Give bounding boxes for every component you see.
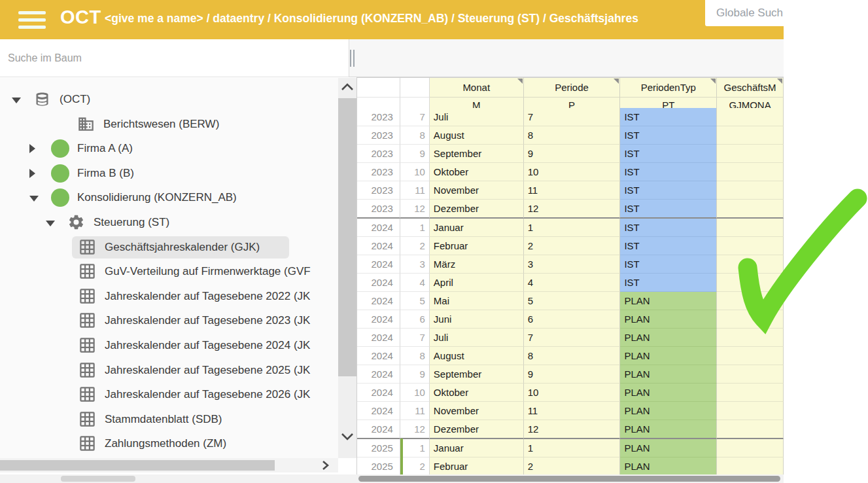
tree-item-jk2023[interactable]: Jahreskalender auf Tagesebene 2023 (JK — [0, 309, 338, 332]
cell-year[interactable]: 2024 — [357, 402, 400, 420]
cell-geschaeftsmonat[interactable] — [717, 200, 784, 219]
cell-monat[interactable]: April — [430, 274, 524, 292]
cell-year[interactable]: 2024 — [357, 274, 400, 292]
tree-item-firma-a[interactable]: Firma A (A) — [0, 137, 338, 160]
tree-item-sdb[interactable]: Stammdatenblatt (SDB) — [0, 408, 338, 431]
cell-periode[interactable]: 6 — [524, 310, 621, 329]
cell-periodentyp[interactable]: PLAN — [620, 310, 717, 329]
cell-rownum[interactable]: 2 — [400, 237, 430, 255]
cell-monat[interactable]: November — [430, 402, 524, 420]
cell-year[interactable]: 2024 — [357, 347, 400, 365]
expand-arrow-icon[interactable] — [29, 144, 35, 153]
cell-monat[interactable]: Mai — [430, 292, 524, 310]
cell-monat[interactable]: August — [430, 347, 524, 365]
tree-item-steuerung[interactable]: Steuerung (ST) — [0, 211, 338, 234]
cell-geschaeftsmonat[interactable] — [717, 329, 784, 347]
cell-monat[interactable]: Juli — [430, 329, 524, 347]
expand-arrow-icon[interactable] — [29, 169, 35, 178]
cell-periode[interactable]: 10 — [524, 163, 621, 181]
cell-geschaeftsmonat[interactable] — [717, 384, 784, 402]
cell-periodentyp[interactable]: PLAN — [620, 384, 717, 402]
global-search-box[interactable] — [705, 0, 831, 26]
cell-monat[interactable]: Januar — [430, 219, 524, 237]
cell-periode[interactable]: 8 — [524, 347, 621, 365]
cell-periodentyp[interactable]: PLAN — [620, 420, 717, 439]
cell-year[interactable]: 2024 — [357, 384, 400, 402]
scroll-down-icon[interactable] — [340, 431, 355, 442]
cell-rownum[interactable]: 12 — [400, 420, 430, 439]
tree-horizontal-scrollbar[interactable] — [0, 458, 338, 473]
cell-year[interactable]: 2023 — [357, 108, 400, 126]
horizontal-scroll-thumb[interactable] — [0, 460, 275, 471]
cell-geschaeftsmonat[interactable] — [717, 163, 784, 181]
cell-monat[interactable]: September — [430, 145, 524, 163]
cell-year[interactable]: 2024 — [357, 255, 400, 274]
cell-monat[interactable]: Februar — [430, 457, 524, 474]
cell-rownum[interactable]: 5 — [400, 292, 430, 310]
cell-year[interactable]: 2025 — [357, 457, 400, 474]
column-header-periode[interactable]: Periode — [524, 78, 621, 98]
cell-year[interactable]: 2023 — [357, 126, 400, 145]
cell-year[interactable]: 2023 — [357, 163, 400, 181]
cell-year[interactable]: 2024 — [357, 219, 400, 237]
cell-year[interactable]: 2024 — [357, 420, 400, 439]
cell-geschaeftsmonat[interactable] — [717, 420, 784, 439]
cell-rownum[interactable]: 9 — [400, 365, 430, 384]
cell-periode[interactable]: 12 — [524, 420, 621, 439]
cell-rownum[interactable]: 11 — [400, 402, 430, 420]
cell-periodentyp[interactable]: IST — [620, 237, 717, 255]
cell-periodentyp[interactable]: IST — [620, 181, 717, 200]
cell-monat[interactable]: Februar — [430, 237, 524, 255]
cell-rownum[interactable]: 10 — [400, 163, 430, 181]
cell-periodentyp[interactable]: IST — [620, 200, 717, 219]
cell-periode[interactable]: 10 — [524, 384, 621, 402]
cell-periode[interactable]: 12 — [524, 200, 621, 219]
tree-item-konsolidierung[interactable]: Konsolidierung (KONZERN_AB) — [0, 186, 338, 209]
cell-year[interactable]: 2023 — [357, 181, 400, 200]
collapse-arrow-icon[interactable] — [46, 221, 55, 226]
cell-periodentyp[interactable]: PLAN — [620, 329, 717, 347]
cell-periode[interactable]: 11 — [524, 402, 621, 420]
scroll-up-icon[interactable] — [340, 82, 355, 92]
tree-item-firma-b[interactable]: Firma B (B) — [0, 162, 338, 185]
cell-rownum[interactable]: 11 — [400, 181, 430, 200]
cell-rownum[interactable]: 4 — [400, 274, 430, 292]
tree-item-jk2026[interactable]: Jahreskalender auf Tagesebene 2026 (JK — [0, 383, 338, 406]
cell-rownum[interactable]: 9 — [400, 145, 430, 163]
cell-rownum[interactable]: 10 — [400, 384, 430, 402]
collapse-arrow-icon[interactable] — [12, 98, 21, 103]
tree-vertical-scrollbar[interactable] — [338, 78, 356, 458]
cell-periodentyp[interactable]: IST — [620, 108, 717, 126]
global-search-input[interactable] — [705, 0, 831, 26]
cell-monat[interactable]: August — [430, 126, 524, 145]
cell-periode[interactable]: 2 — [524, 457, 621, 474]
cell-monat[interactable]: März — [430, 255, 524, 274]
cell-periodentyp[interactable]: IST — [620, 255, 717, 274]
cell-geschaeftsmonat[interactable] — [717, 274, 784, 292]
cell-periode[interactable]: 2 — [524, 237, 621, 255]
cell-geschaeftsmonat[interactable] — [717, 108, 784, 126]
cell-geschaeftsmonat[interactable] — [717, 237, 784, 255]
cell-monat[interactable]: Juni — [430, 310, 524, 329]
cell-geschaeftsmonat[interactable] — [717, 126, 784, 145]
cell-periode[interactable]: 3 — [524, 255, 621, 274]
cell-periodentyp[interactable]: PLAN — [620, 439, 717, 457]
column-header-periodentyp[interactable]: PeriodenTyp — [620, 78, 717, 98]
tree-item-jk2024[interactable]: Jahreskalender auf Tagesebene 2024 (JK — [0, 334, 338, 357]
tree-item-oct[interactable]: (OCT) — [0, 88, 338, 111]
cell-monat[interactable]: Dezember — [430, 200, 524, 219]
cell-geschaeftsmonat[interactable] — [717, 255, 784, 274]
vertical-scroll-thumb[interactable] — [338, 98, 356, 376]
cell-periodentyp[interactable]: PLAN — [620, 365, 717, 384]
cell-year[interactable]: 2023 — [357, 145, 400, 163]
cell-monat[interactable]: Juli — [430, 108, 524, 126]
tree-item-jk2022[interactable]: Jahreskalender auf Tagesebene 2022 (JK — [0, 285, 338, 308]
cell-geschaeftsmonat[interactable] — [717, 402, 784, 420]
cell-periode[interactable]: 9 — [524, 145, 621, 163]
cell-periode[interactable]: 9 — [524, 365, 621, 384]
tree-item-zm[interactable]: Zahlungsmethoden (ZM) — [0, 432, 338, 456]
cell-periode[interactable]: 8 — [524, 126, 621, 145]
cell-year[interactable]: 2024 — [357, 329, 400, 347]
cell-periodentyp[interactable]: IST — [620, 219, 717, 237]
cell-year[interactable]: 2023 — [357, 200, 400, 219]
